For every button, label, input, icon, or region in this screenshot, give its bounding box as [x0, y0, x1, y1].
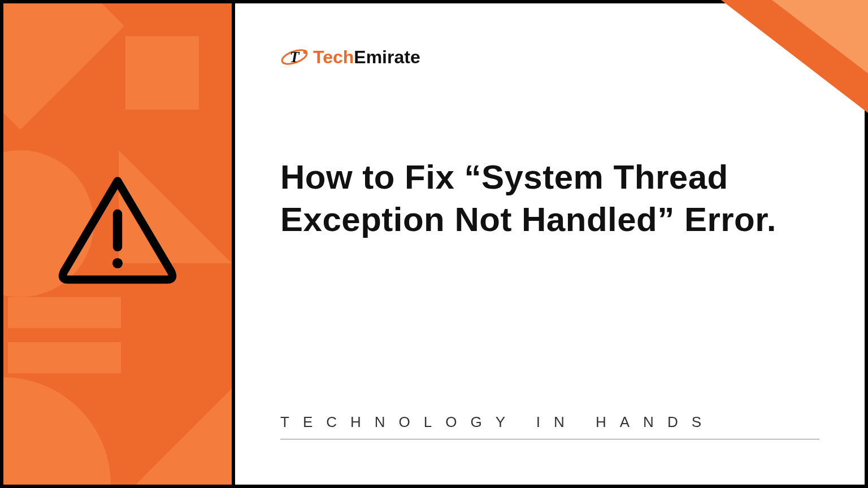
shape-square — [125, 36, 199, 110]
svg-point-3 — [303, 50, 307, 54]
tagline-container: TECHNOLOGY IN HANDS — [280, 413, 819, 439]
brand-logo-suffix: Emirate — [354, 47, 420, 67]
shape-bar — [8, 297, 121, 328]
brand-tagline: TECHNOLOGY IN HANDS — [280, 413, 819, 439]
techemirate-logo-mark-icon: T — [280, 43, 309, 71]
brand-logo-text: TechEmirate — [313, 47, 420, 68]
shape-diamond — [3, 3, 124, 130]
warning-triangle-icon — [55, 173, 180, 286]
content-panel: T TechEmirate How to Fix “System Thread … — [235, 3, 865, 485]
corner-triangle-inner — [772, 0, 868, 73]
shape-bar — [8, 342, 121, 373]
svg-text:T: T — [289, 48, 300, 66]
brand-logo-prefix: Tech — [313, 47, 354, 67]
article-headline: How to Fix “System Thread Exception Not … — [280, 156, 819, 241]
svg-point-1 — [112, 258, 123, 268]
banner-canvas: T TechEmirate How to Fix “System Thread … — [0, 0, 868, 488]
left-decorative-panel — [3, 3, 235, 485]
shape-quarter-circle — [3, 377, 111, 485]
shape-triangle — [124, 389, 232, 485]
